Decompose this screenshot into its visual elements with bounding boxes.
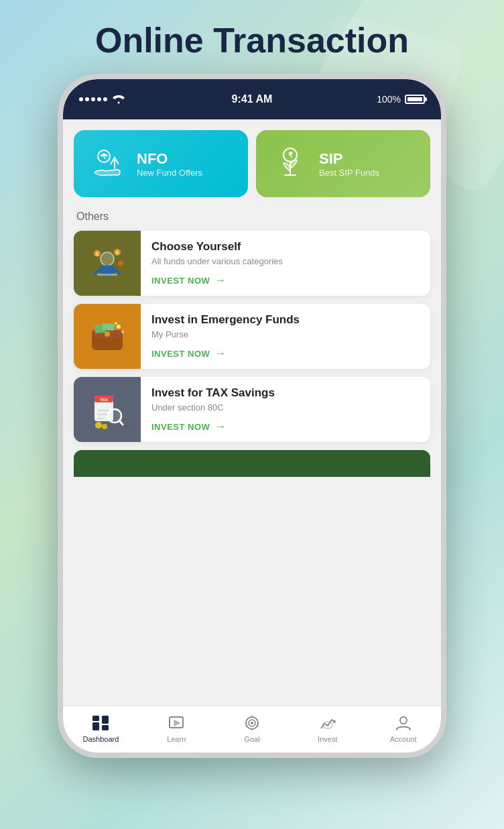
svg-text:$: $: [116, 250, 119, 255]
nfo-icon: ₹: [87, 144, 127, 184]
status-left: [79, 95, 125, 104]
status-time: 9:41 AM: [232, 93, 273, 105]
nav-item-dashboard[interactable]: Dashboard: [63, 714, 139, 743]
tax-savings-title: Invest for TAX Savings: [151, 386, 420, 400]
svg-text:₹: ₹: [288, 151, 292, 159]
choose-yourself-subtitle: All funds under various categories: [151, 256, 420, 266]
svg-rect-33: [92, 722, 99, 730]
tax-savings-invest-btn[interactable]: INVEST NOW →: [151, 421, 420, 433]
svg-point-20: [115, 322, 117, 325]
status-bar: 9:41 AM 100%: [63, 79, 441, 119]
arrow-icon-3: →: [215, 421, 227, 433]
svg-point-18: [117, 325, 121, 329]
nfo-title: NFO: [137, 150, 202, 168]
learn-icon: [167, 714, 186, 732]
phone-content: ₹ NFO New Fund Offers: [63, 119, 441, 706]
account-icon: [394, 714, 413, 732]
arrow-icon-2: →: [215, 347, 227, 360]
sip-card[interactable]: ₹ SIP Best SIP Funds: [256, 130, 430, 197]
nfo-card-text: NFO New Fund Offers: [137, 150, 202, 178]
sip-title: SIP: [319, 150, 379, 168]
svg-rect-34: [102, 716, 109, 724]
svg-text:₹: ₹: [102, 153, 107, 160]
partial-card: [74, 450, 430, 477]
emergency-funds-invest-btn[interactable]: INVEST NOW →: [151, 347, 420, 360]
svg-point-5: [101, 252, 114, 266]
emergency-funds-cta-text: INVEST NOW: [151, 349, 210, 359]
dashboard-nav-label: Dashboard: [82, 735, 119, 743]
tax-savings-image: TAX RETURN: [74, 377, 141, 442]
signal-dot-1: [79, 97, 83, 101]
nav-item-account[interactable]: Account: [365, 714, 441, 743]
tax-savings-body: Invest for TAX Savings Under section 80C…: [141, 377, 430, 442]
svg-text:TAX: TAX: [100, 398, 108, 402]
sip-card-text: SIP Best SIP Funds: [319, 150, 379, 178]
svg-rect-12: [97, 274, 117, 276]
emergency-funds-card[interactable]: Invest in Emergency Funds My Purse INVES…: [74, 304, 430, 369]
emergency-funds-subtitle: My Purse: [151, 329, 420, 339]
signal-dot-2: [85, 97, 89, 101]
arrow-icon-1: →: [215, 274, 227, 286]
svg-line-29: [119, 421, 123, 425]
nav-item-invest[interactable]: Invest: [290, 714, 365, 743]
svg-point-19: [121, 331, 124, 333]
nfo-card[interactable]: ₹ NFO New Fund Offers: [74, 130, 248, 197]
choose-yourself-cta-text: INVEST NOW: [151, 276, 210, 286]
svg-point-40: [251, 722, 253, 724]
emergency-funds-image: [74, 304, 141, 369]
svg-point-30: [95, 422, 102, 429]
battery-percentage: 100%: [377, 94, 401, 105]
goal-icon: [243, 714, 261, 732]
svg-point-45: [400, 717, 407, 724]
others-section-label: Others: [74, 211, 430, 223]
signal-dot-4: [97, 97, 101, 101]
emergency-funds-body: Invest in Emergency Funds My Purse INVES…: [141, 304, 430, 369]
svg-rect-32: [92, 716, 99, 721]
choose-yourself-title: Choose Yourself: [151, 240, 420, 254]
invest-nav-label: Invest: [318, 735, 337, 743]
top-cards-row: ₹ NFO New Fund Offers: [74, 130, 430, 197]
wifi-icon: [113, 95, 125, 104]
svg-point-15: [105, 331, 110, 337]
sip-icon: ₹: [269, 144, 310, 184]
choose-yourself-invest-btn[interactable]: INVEST NOW →: [151, 274, 420, 286]
tax-savings-subtitle: Under section 80C: [151, 402, 420, 412]
choose-yourself-body: Choose Yourself All funds under various …: [141, 231, 430, 296]
tax-savings-card[interactable]: TAX RETURN Invest f: [74, 377, 430, 442]
battery-fill: [407, 97, 422, 101]
svg-rect-17: [102, 323, 114, 331]
battery-icon: [405, 95, 425, 104]
signal-dot-5: [103, 97, 107, 101]
signal-indicator: [79, 97, 107, 101]
svg-marker-37: [174, 720, 180, 726]
phone-inner: 9:41 AM 100% ₹: [63, 79, 441, 753]
choose-yourself-card[interactable]: $ $ Choose Yourself Al: [74, 231, 430, 296]
svg-point-31: [102, 424, 107, 429]
svg-point-43: [333, 720, 336, 723]
signal-dot-3: [91, 97, 95, 101]
nav-item-learn[interactable]: Learn: [139, 714, 214, 743]
svg-text:$: $: [96, 252, 99, 256]
svg-text:RETURN: RETURN: [97, 402, 111, 406]
phone-mockup: 9:41 AM 100% ₹: [58, 74, 446, 758]
choose-yourself-image: $ $: [74, 231, 141, 296]
tax-savings-cta-text: INVEST NOW: [151, 422, 210, 432]
page-title: Online Transaction: [95, 20, 409, 60]
dashboard-icon: [91, 714, 110, 732]
svg-point-10: [118, 261, 123, 266]
sip-subtitle: Best SIP Funds: [319, 168, 379, 178]
goal-nav-label: Goal: [244, 735, 259, 743]
nfo-subtitle: New Fund Offers: [137, 168, 202, 178]
svg-rect-35: [102, 725, 109, 730]
learn-nav-label: Learn: [167, 735, 186, 743]
status-right: 100%: [377, 94, 425, 105]
bottom-navigation: Dashboard Learn: [63, 706, 441, 753]
nav-item-goal[interactable]: Goal: [214, 714, 290, 743]
account-nav-label: Account: [390, 735, 417, 743]
invest-icon: [318, 714, 337, 732]
emergency-funds-title: Invest in Emergency Funds: [151, 313, 420, 327]
